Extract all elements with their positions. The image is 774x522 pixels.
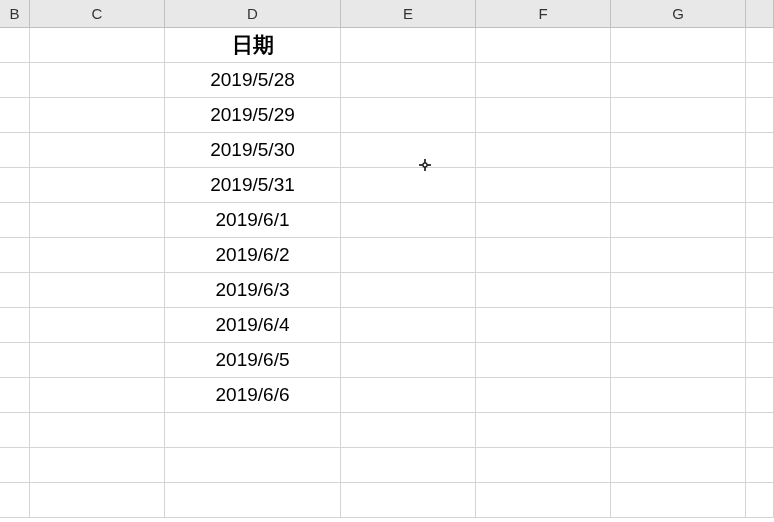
cell[interactable] [476, 28, 611, 62]
cell[interactable] [476, 273, 611, 307]
cell[interactable] [476, 168, 611, 202]
cell[interactable] [341, 413, 476, 447]
cell[interactable] [476, 63, 611, 97]
cell[interactable] [0, 63, 30, 97]
cell[interactable] [341, 343, 476, 377]
cell[interactable] [746, 273, 774, 307]
column-header-H[interactable] [746, 0, 774, 27]
cell[interactable] [746, 343, 774, 377]
cell[interactable] [341, 448, 476, 482]
cell[interactable] [0, 203, 30, 237]
date-cell[interactable]: 2019/6/1 [165, 203, 341, 237]
cell[interactable] [476, 238, 611, 272]
cell[interactable] [476, 133, 611, 167]
cell[interactable] [746, 203, 774, 237]
cell[interactable] [611, 343, 746, 377]
cell[interactable] [0, 308, 30, 342]
cell[interactable] [341, 378, 476, 412]
cell[interactable] [611, 98, 746, 132]
cell[interactable] [611, 238, 746, 272]
column-header-C[interactable]: C [30, 0, 165, 27]
date-cell[interactable]: 2019/6/2 [165, 238, 341, 272]
cell[interactable] [165, 413, 341, 447]
cell[interactable] [0, 448, 30, 482]
cell[interactable] [746, 98, 774, 132]
cell[interactable] [746, 28, 774, 62]
cell[interactable] [30, 483, 165, 517]
cell[interactable] [746, 168, 774, 202]
column-header-E[interactable]: E [341, 0, 476, 27]
cell[interactable] [611, 133, 746, 167]
cell[interactable] [476, 203, 611, 237]
date-cell[interactable]: 2019/6/6 [165, 378, 341, 412]
cell[interactable] [0, 238, 30, 272]
cell[interactable] [30, 448, 165, 482]
cell[interactable] [746, 63, 774, 97]
column-header-D[interactable]: D [165, 0, 341, 27]
cell[interactable] [476, 448, 611, 482]
cell[interactable] [476, 378, 611, 412]
cell[interactable] [0, 378, 30, 412]
cell[interactable] [746, 238, 774, 272]
column-header-G[interactable]: G [611, 0, 746, 27]
cell[interactable] [341, 168, 476, 202]
cell[interactable] [341, 308, 476, 342]
cell[interactable] [0, 483, 30, 517]
cell[interactable] [30, 273, 165, 307]
cell[interactable] [611, 168, 746, 202]
date-cell[interactable]: 2019/6/3 [165, 273, 341, 307]
cell[interactable] [476, 413, 611, 447]
cell[interactable] [30, 203, 165, 237]
cell[interactable] [341, 483, 476, 517]
cell[interactable] [341, 98, 476, 132]
date-cell[interactable]: 2019/5/29 [165, 98, 341, 132]
cell[interactable] [476, 308, 611, 342]
cell[interactable] [30, 343, 165, 377]
date-cell[interactable]: 2019/5/30 [165, 133, 341, 167]
cell[interactable] [746, 308, 774, 342]
cell[interactable] [611, 448, 746, 482]
cell[interactable] [611, 28, 746, 62]
cell[interactable] [746, 483, 774, 517]
cell[interactable] [746, 413, 774, 447]
cell[interactable] [611, 273, 746, 307]
cell[interactable] [476, 98, 611, 132]
cell[interactable] [30, 63, 165, 97]
date-cell[interactable]: 2019/5/28 [165, 63, 341, 97]
cell[interactable] [341, 63, 476, 97]
cell[interactable] [30, 413, 165, 447]
cell[interactable] [0, 133, 30, 167]
cell[interactable] [30, 238, 165, 272]
cell[interactable] [0, 273, 30, 307]
cell[interactable] [341, 133, 476, 167]
cell[interactable] [476, 343, 611, 377]
cell[interactable] [165, 448, 341, 482]
cell[interactable] [611, 378, 746, 412]
cell[interactable] [30, 98, 165, 132]
cell[interactable] [611, 63, 746, 97]
cell[interactable] [0, 28, 30, 62]
cell[interactable] [476, 483, 611, 517]
date-header-cell[interactable]: 日期 [165, 28, 341, 62]
date-cell[interactable]: 2019/5/31 [165, 168, 341, 202]
cell[interactable] [611, 203, 746, 237]
cell[interactable] [341, 273, 476, 307]
cell[interactable] [30, 133, 165, 167]
cell[interactable] [0, 98, 30, 132]
cell[interactable] [30, 308, 165, 342]
cell[interactable] [611, 413, 746, 447]
cell[interactable] [30, 168, 165, 202]
cell[interactable] [746, 448, 774, 482]
cell[interactable] [0, 343, 30, 377]
date-cell[interactable]: 2019/6/5 [165, 343, 341, 377]
cell[interactable] [341, 203, 476, 237]
cell[interactable] [0, 168, 30, 202]
cell[interactable] [611, 308, 746, 342]
cell[interactable] [0, 413, 30, 447]
cell[interactable] [30, 378, 165, 412]
cell[interactable] [165, 483, 341, 517]
column-header-B[interactable]: B [0, 0, 30, 27]
cell[interactable] [341, 28, 476, 62]
cell[interactable] [746, 133, 774, 167]
cell[interactable] [341, 238, 476, 272]
